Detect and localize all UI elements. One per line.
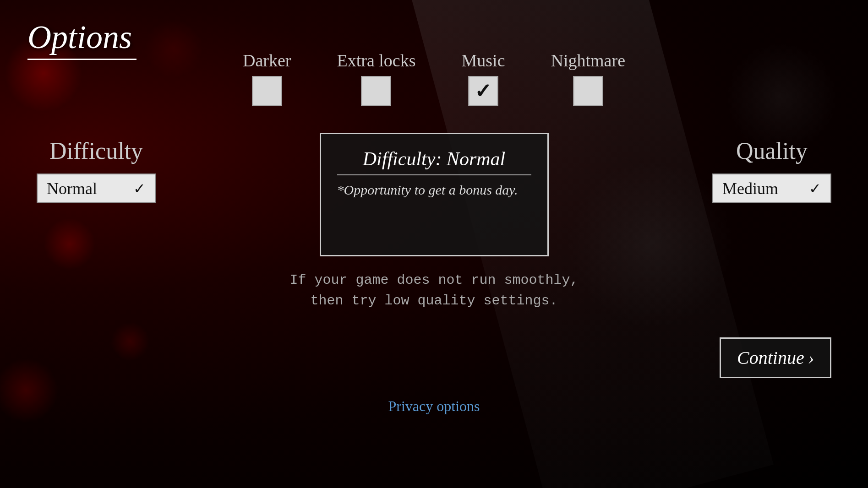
checkbox-music[interactable] — [468, 76, 498, 106]
checkbox-extra-locks[interactable] — [361, 76, 391, 106]
checkboxes-row: Darker Extra locks Music Nightmare — [243, 50, 625, 106]
checkbox-item-nightmare: Nightmare — [551, 50, 625, 106]
quality-value: Medium — [722, 179, 778, 198]
checkbox-item-music: Music — [461, 50, 505, 106]
checkbox-label-extra-locks: Extra locks — [337, 50, 415, 70]
checkbox-darker[interactable] — [252, 76, 282, 106]
perf-hint-line2: then try low quality settings. — [289, 291, 578, 311]
checkbox-label-darker: Darker — [243, 50, 291, 70]
main-content: Options Darker Extra locks Music Nightma… — [0, 0, 868, 488]
difficulty-info-box: Difficulty: Normal *Opportunity to get a… — [320, 133, 549, 256]
checkbox-label-music: Music — [461, 50, 505, 70]
quality-section: Quality Medium ✓ — [712, 133, 831, 203]
difficulty-section: Difficulty Normal ✓ — [37, 133, 156, 203]
checkbox-item-extra-locks: Extra locks — [337, 50, 415, 106]
difficulty-title: Difficulty — [49, 137, 143, 164]
perf-hint-line1: If your game does not run smoothly, — [289, 270, 578, 291]
info-box-title: Difficulty: Normal — [337, 148, 531, 175]
performance-hint: If your game does not run smoothly, then… — [289, 270, 578, 311]
checkbox-nightmare[interactable] — [573, 76, 603, 106]
continue-label: Continue — [737, 347, 804, 369]
difficulty-dropdown[interactable]: Normal ✓ — [37, 174, 156, 203]
info-box-description: *Opportunity to get a bonus day. — [337, 182, 518, 198]
privacy-options-link[interactable]: Privacy options — [388, 398, 480, 415]
quality-dropdown[interactable]: Medium ✓ — [712, 174, 831, 203]
continue-arrow-icon: › — [808, 347, 814, 369]
checkbox-item-darker: Darker — [243, 50, 291, 106]
difficulty-arrow-icon: ✓ — [133, 180, 146, 197]
quality-arrow-icon: ✓ — [809, 180, 821, 197]
checkbox-label-nightmare: Nightmare — [551, 50, 625, 70]
continue-button[interactable]: Continue › — [720, 337, 831, 378]
quality-title: Quality — [736, 137, 808, 164]
middle-section: Difficulty Normal ✓ Difficulty: Normal *… — [0, 133, 868, 256]
page-title: Options — [27, 18, 136, 60]
difficulty-value: Normal — [47, 179, 97, 198]
